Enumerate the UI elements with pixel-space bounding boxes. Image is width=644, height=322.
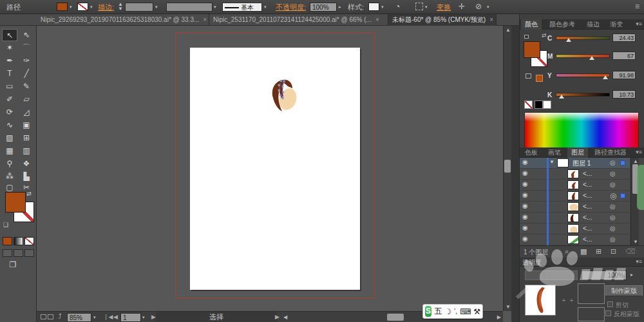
direct-selection-tool-icon[interactable]: ⇖ [19,29,34,41]
paintbrush-tool-icon[interactable]: ✎ [19,80,34,93]
mask-slot-2[interactable] [578,307,605,321]
artboard[interactable] [190,48,360,290]
object-name[interactable]: <... [583,214,592,221]
visibility-eye-icon[interactable]: ◉ [522,202,528,209]
none-swatch[interactable] [524,100,533,109]
visibility-eye-icon[interactable]: ◉ [522,191,528,198]
vertical-scroll-thumb[interactable] [504,160,511,173]
layer-row[interactable]: ◉ <... ◎ [520,234,630,245]
paint-color-button[interactable] [3,237,12,245]
object-name[interactable]: <... [583,170,592,177]
punctuation-icon[interactable]: ’, [454,308,457,315]
select-similar-icon[interactable] [415,3,423,10]
visibility-eye-icon[interactable]: ◉ [522,158,528,166]
target-icon[interactable]: ◎ [610,214,616,221]
paint-none-button[interactable] [24,237,34,245]
canvas-area[interactable] [37,26,503,311]
target-icon[interactable]: ◎ [610,170,616,177]
panel-menu-icon[interactable]: ▾≡ [636,149,642,155]
layer-row[interactable]: ◉ <... ◎ [520,202,630,213]
eyedropper-tool-icon[interactable]: ⚲ [2,158,17,170]
document-setup-icon[interactable]: ◔ [395,2,400,11]
align-icon[interactable]: ✛ [459,2,465,11]
isolate-arrow[interactable]: ▾ [487,5,489,10]
collapse-panels-icon[interactable]: ≡ [635,2,639,11]
artboard-number-field[interactable]: 1 [120,313,141,322]
ime-mode-label[interactable]: 五 [434,306,442,317]
visibility-eye-icon[interactable]: ◉ [522,213,528,220]
window-icon[interactable] [48,314,53,319]
screen-mode-icon[interactable]: ❐ [5,259,21,271]
transparency-opacity-field[interactable]: 100% [582,270,627,280]
yellow-slider[interactable] [556,73,610,77]
stroke-weight-field[interactable] [125,3,153,12]
blend-mode-dropdown[interactable] [525,270,578,280]
panel-fill-swatch[interactable] [524,41,540,58]
fill-color-swatch[interactable] [57,3,68,11]
magenta-slider-thumb[interactable] [589,56,594,60]
new-layer-icon[interactable]: ⊡ [611,247,616,256]
mini-default-swatch[interactable] [524,35,529,39]
type-tool-icon[interactable]: T [2,68,17,80]
panel-menu-icon[interactable]: ▾≡ [636,258,642,265]
line-tool-icon[interactable]: ╱ [19,68,34,80]
status-expand-icon[interactable]: ▶ [275,314,279,320]
make-clipping-mask-icon[interactable]: ▩ [580,247,587,256]
target-icon[interactable]: ◎ [610,191,616,200]
graphic-style-arrow[interactable]: ▾ [381,5,384,10]
brush-definition-dropdown[interactable]: 基本 [222,3,262,12]
target-icon[interactable]: ◎ [610,159,616,166]
black-value[interactable]: 10.73 [612,90,636,99]
magic-wand-tool-icon[interactable]: ✶ [2,42,17,54]
layer-row[interactable]: ◉ <... ◎ [520,180,630,191]
first-artboard-icon[interactable]: ❘◀ [104,314,113,320]
artboard-dropdown-arrow[interactable]: ▾ [142,315,145,320]
eraser-tool-icon[interactable]: ▱ [19,93,34,106]
black-swatch[interactable] [535,100,543,109]
tab-layers[interactable]: 图层 [567,147,588,158]
object-thumbnail[interactable] [567,169,579,178]
width-profile-arrow[interactable]: ▾ [214,5,216,10]
layer-name[interactable]: 图层 1 [573,159,591,168]
cyan-value[interactable]: 24.43 [612,33,636,42]
horizontal-scroll-thumb[interactable] [387,314,404,321]
tab-stroke[interactable]: 描边 [583,19,603,30]
zoom-level-field[interactable]: 85% [67,313,91,322]
fill-dropdown-arrow[interactable]: ▾ [70,5,72,10]
object-thumbnail[interactable] [567,224,579,233]
locate-object-icon[interactable]: ⌕ [565,247,569,256]
cyan-slider[interactable] [556,36,610,40]
cyan-slider-thumb[interactable] [566,38,571,42]
panel-title[interactable]: 透明度 [522,258,542,267]
toolbar-fill-swatch[interactable] [5,192,26,213]
layer-row-parent[interactable]: ◉ ▼ 图层 1 ◎ [520,158,630,169]
tab-color[interactable]: 颜色 [521,19,542,30]
clip-checkbox[interactable] [607,301,613,307]
object-name[interactable]: <... [583,236,592,243]
width-tool-icon[interactable]: ∿ [2,119,17,131]
visibility-eye-icon[interactable]: ◉ [522,235,528,242]
stroke-weight-stepper[interactable]: ▲▼ [118,2,123,11]
scroll-right-icon[interactable]: ▶ [497,314,501,320]
prev-artboard-icon[interactable]: ◀ [113,314,118,320]
closest-color-swatch[interactable] [536,75,543,82]
scroll-left-icon[interactable]: ◀ [283,314,287,320]
doc-tab-1[interactable]: Nipic_29269293_20190701163625318030.ai* … [37,14,209,26]
mesh-tool-icon[interactable]: ▦ [2,145,17,157]
scroll-down-icon[interactable]: ▼ [506,304,511,310]
close-icon[interactable]: × [375,16,379,23]
export-icon[interactable]: ⤴ [58,312,62,320]
paint-gradient-button[interactable] [14,237,23,245]
rotate-tool-icon[interactable]: ⟳ [2,106,17,118]
object-thumbnail[interactable] [567,191,579,200]
sogou-logo-icon[interactable]: S [425,306,431,317]
transform-link[interactable]: 变换 [437,3,451,12]
ime-toolbar[interactable]: S 五 ☽ ’, ⌨ ⚒ [422,304,483,319]
stroke-weight-dropdown-arrow[interactable]: ▾ [155,5,158,10]
keyboard-icon[interactable]: ⌨ [460,307,471,316]
swap-colors-icon[interactable]: ⇄ [542,32,547,39]
window-icon[interactable] [41,314,46,319]
layer-row-targeted[interactable]: ◉ <... ◎ [520,191,630,202]
invert-mask-checkbox[interactable] [605,310,611,316]
moon-icon[interactable]: ☽ [444,307,451,316]
